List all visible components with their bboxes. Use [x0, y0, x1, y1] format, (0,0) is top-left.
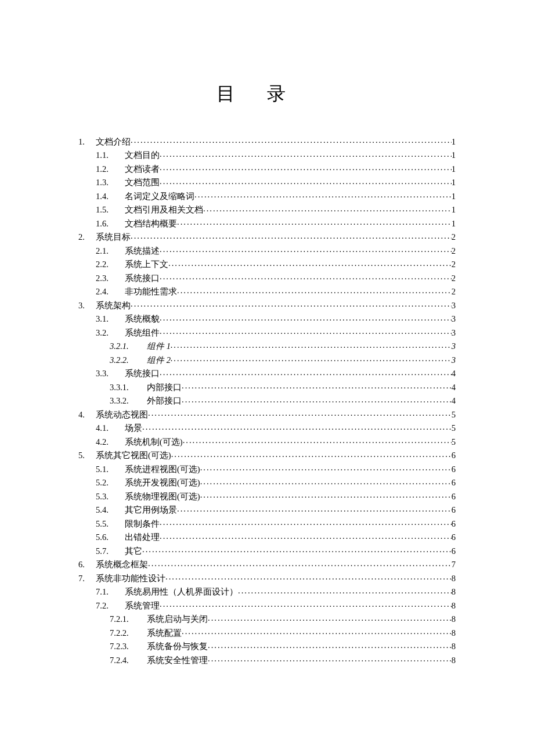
- toc-entry[interactable]: 6.系统概念框架7: [78, 559, 456, 569]
- toc-entry-page: 2: [452, 233, 456, 242]
- toc-entry[interactable]: 7.2.1.系统启动与关闭8: [78, 614, 456, 624]
- toc-entry[interactable]: 5.2.系统开发视图(可选)6: [78, 477, 456, 487]
- toc-entry-number: 5.7.: [96, 547, 125, 556]
- toc-entry-page: 8: [452, 642, 456, 651]
- toc-entry-page: 5: [452, 411, 456, 419]
- toc-entry-number: 1.: [78, 138, 96, 146]
- toc-entry[interactable]: 2.3.系统接口2: [78, 272, 456, 282]
- toc-leader-dots: [165, 573, 452, 581]
- toc-entry[interactable]: 1.1.文档目的1: [78, 150, 456, 160]
- toc-entry-page: 1: [452, 138, 456, 146]
- toc-entry-text: 系统易用性（人机界面设计）: [125, 588, 238, 596]
- toc-leader-dots: [131, 300, 452, 308]
- toc-entry-number: 2.3.: [96, 274, 125, 283]
- toc-entry-page: 4: [452, 383, 456, 392]
- toc-entry-text: 系统组件: [125, 329, 160, 337]
- toc-entry-text: 文档范围: [125, 178, 160, 187]
- toc-entry[interactable]: 7.2.4.系统安全性管理8: [78, 654, 456, 664]
- toc-entry-page: 2: [452, 274, 456, 283]
- toc-leader-dots: [177, 286, 452, 295]
- toc-entry[interactable]: 5.7.其它6: [78, 545, 456, 555]
- toc-leader-dots: [171, 341, 452, 350]
- toc-entry[interactable]: 7.2.2.系统配置8: [78, 627, 456, 637]
- toc-entry-number: 1.3.: [96, 178, 125, 187]
- toc-entry-number: 5.3.: [96, 492, 125, 501]
- toc-leader-dots: [200, 477, 452, 486]
- toc-entry[interactable]: 3.2.2.组件 23: [78, 354, 456, 364]
- toc-entry[interactable]: 3.3.1.内部接口4: [78, 381, 456, 391]
- toc-entry[interactable]: 4.2.系统机制(可选)5: [78, 436, 456, 446]
- toc-entry-number: 7.1.: [96, 588, 125, 596]
- toc-entry[interactable]: 3.3.系统接口4: [78, 368, 456, 378]
- toc-leader-dots: [160, 600, 452, 609]
- toc-entry[interactable]: 2.系统目标2: [78, 232, 456, 242]
- toc-entry[interactable]: 7.2.系统管理8: [78, 600, 456, 610]
- toc-leader-dots: [160, 327, 452, 336]
- toc-entry[interactable]: 5.6.出错处理6: [78, 532, 456, 542]
- toc-entry-number: 3.: [78, 301, 96, 310]
- toc-entry-text: 系统接口: [125, 369, 160, 378]
- toc-entry-text: 组件 2: [147, 356, 171, 365]
- toc-entry-page: 6: [452, 465, 456, 474]
- toc-entry[interactable]: 3.2.系统组件3: [78, 327, 456, 337]
- toc-entry-text: 系统配置: [147, 629, 182, 638]
- toc-leader-dots: [238, 586, 452, 595]
- toc-entry[interactable]: 1.4.名词定义及缩略词1: [78, 190, 456, 200]
- toc-leader-dots: [142, 545, 452, 554]
- toc-entry-number: 5.1.: [96, 465, 125, 474]
- toc-entry-page: 1: [452, 151, 456, 160]
- toc-entry-number: 4.: [78, 411, 96, 419]
- toc-entry-number: 6.: [78, 560, 96, 569]
- toc-entry-number: 5.6.: [96, 533, 125, 542]
- toc-entry[interactable]: 2.4.非功能性需求2: [78, 286, 456, 296]
- toc-entry[interactable]: 5.系统其它视图(可选)6: [78, 450, 456, 460]
- toc-entry-page: 5: [452, 438, 456, 447]
- toc-leader-dots: [203, 204, 452, 213]
- toc-entry[interactable]: 2.1.系统描述2: [78, 245, 456, 255]
- toc-entry-text: 文档介绍: [96, 138, 131, 146]
- toc-entry[interactable]: 4.1.场景5: [78, 423, 456, 433]
- toc-entry[interactable]: 4.系统动态视图5: [78, 409, 456, 419]
- toc-entry[interactable]: 5.4.其它用例场景6: [78, 505, 456, 514]
- toc-entry[interactable]: 3.1.系统概貌3: [78, 314, 456, 323]
- toc-entry-page: 1: [452, 206, 456, 214]
- toc-leader-dots: [148, 409, 452, 417]
- toc-entry[interactable]: 1.5.文档引用及相关文档1: [78, 204, 456, 214]
- toc-entry-text: 系统物理视图(可选): [125, 492, 200, 501]
- toc-entry[interactable]: 5.3.系统物理视图(可选)6: [78, 491, 456, 501]
- toc-entry-number: 7.: [78, 574, 96, 583]
- toc-entry[interactable]: 5.5.限制条件6: [78, 518, 456, 528]
- toc-entry-text: 系统上下文: [125, 260, 168, 269]
- toc-entry-number: 7.2.: [96, 602, 125, 610]
- toc-leader-dots: [131, 136, 452, 145]
- toc-entry-text: 系统接口: [125, 274, 160, 283]
- toc-entry[interactable]: 3.3.2.外部接口4: [78, 395, 456, 405]
- toc-leader-dots: [200, 463, 452, 472]
- toc-entry[interactable]: 1.6.文档结构概要1: [78, 218, 456, 228]
- toc-leader-dots: [183, 436, 452, 445]
- toc-entry-number: 4.2.: [96, 438, 125, 447]
- toc-entry[interactable]: 1.2.文档读者1: [78, 163, 456, 173]
- toc-entry[interactable]: 3.2.1.组件 13: [78, 341, 456, 351]
- toc-entry[interactable]: 5.1.系统进程视图(可选)6: [78, 463, 456, 473]
- toc-entry-page: 4: [452, 369, 456, 378]
- toc-entry-text: 系统管理: [125, 602, 160, 610]
- toc-leader-dots: [131, 232, 452, 240]
- toc-entry[interactable]: 1.3.文档范围1: [78, 177, 456, 187]
- toc-entry[interactable]: 3.系统架构3: [78, 300, 456, 309]
- toc-entry[interactable]: 7.系统非功能性设计8: [78, 573, 456, 582]
- toc-entry[interactable]: 2.2.系统上下文2: [78, 259, 456, 269]
- toc-entry-number: 5.4.: [96, 506, 125, 514]
- toc-entry[interactable]: 1.文档介绍1: [78, 136, 456, 146]
- toc-entry[interactable]: 7.1.系统易用性（人机界面设计）8: [78, 586, 456, 596]
- toc-entry[interactable]: 7.2.3.系统备份与恢复8: [78, 641, 456, 651]
- toc-leader-dots: [171, 450, 452, 459]
- toc-leader-dots: [182, 381, 452, 390]
- toc-entry-number: 1.5.: [96, 206, 125, 214]
- toc-entry-page: 1: [452, 165, 456, 174]
- toc-entry-number: 7.2.4.: [110, 656, 147, 665]
- toc-entry-page: 3: [452, 329, 456, 337]
- toc-leader-dots: [160, 532, 452, 541]
- toc-entry-page: 4: [452, 397, 456, 405]
- toc-entry-text: 系统描述: [125, 247, 160, 255]
